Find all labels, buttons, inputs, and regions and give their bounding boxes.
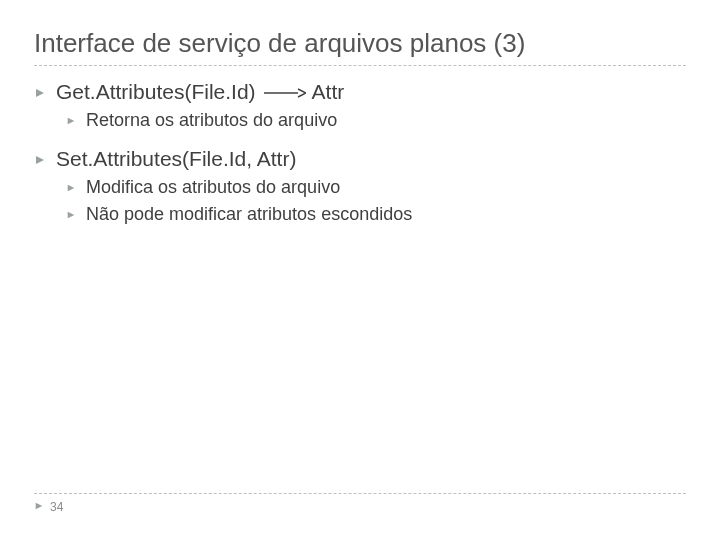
bullet-icon — [34, 80, 46, 104]
bullet-item-2: Set.Attributes(File.Id, Attr) — [34, 147, 686, 171]
subitem-text: Não pode modificar atributos escondidos — [86, 204, 412, 225]
subitem-text: Retorna os atributos do arquivo — [86, 110, 337, 131]
bullet-icon — [34, 147, 46, 171]
slide: Interface de serviço de arquivos planos … — [0, 0, 720, 540]
footer-divider — [34, 493, 686, 494]
arrow-icon — [262, 80, 306, 104]
title-divider — [34, 65, 686, 66]
footer-marker-icon — [34, 501, 44, 513]
bullet-icon — [66, 204, 76, 225]
bullet-subitem-2-1: Modifica os atributos do arquivo — [66, 177, 686, 198]
item1-text-b: Attr — [312, 80, 345, 104]
slide-title: Interface de serviço de arquivos planos … — [34, 28, 686, 59]
bullet-icon — [66, 110, 76, 131]
bullet-item-1: Get.Attributes(File.Id) Attr — [34, 80, 686, 104]
bullet-icon — [66, 177, 76, 198]
item2-text: Set.Attributes(File.Id, Attr) — [56, 147, 296, 171]
item1-text-a: Get.Attributes(File.Id) — [56, 80, 256, 104]
slide-footer: 34 — [0, 493, 720, 514]
page-number: 34 — [50, 500, 63, 514]
bullet-subitem-2-2: Não pode modificar atributos escondidos — [66, 204, 686, 225]
bullet-subitem-1-1: Retorna os atributos do arquivo — [66, 110, 686, 131]
subitem-text: Modifica os atributos do arquivo — [86, 177, 340, 198]
